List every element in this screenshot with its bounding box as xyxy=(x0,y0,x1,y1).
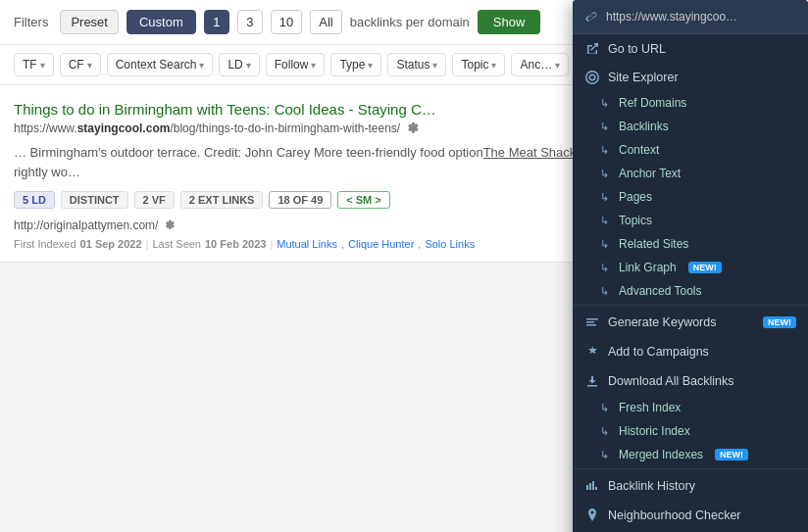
tag-ext-links: 2 EXT LINKS xyxy=(180,191,264,209)
dropdown-url-bar: https://www.stayingcoo… xyxy=(573,0,808,34)
sub-link-graph[interactable]: ↳ Link Graph NEW! xyxy=(573,256,808,279)
sub-related-sites[interactable]: ↳ Related Sites xyxy=(573,232,808,256)
add-to-campaigns-label: Add to Campaigns xyxy=(608,345,796,359)
chip-tf[interactable]: TF ▾ xyxy=(14,53,54,76)
preset-button[interactable]: Preset xyxy=(60,10,119,34)
num-10-button[interactable]: 10 xyxy=(271,10,302,34)
chip-topic[interactable]: Topic ▾ xyxy=(452,53,505,76)
clique-hunter-link[interactable]: Clique Hunter xyxy=(348,238,414,250)
chevron-down-icon: ▾ xyxy=(491,60,496,71)
sub-arrow-icon: ↳ xyxy=(600,238,609,251)
tag-sm: < SM > xyxy=(337,191,389,209)
sub-ref-domains[interactable]: ↳ Ref Domains xyxy=(573,91,808,115)
tag-of: 18 OF 49 xyxy=(269,191,331,209)
num-1-button[interactable]: 1 xyxy=(204,10,229,34)
menu-divider xyxy=(573,305,808,306)
chip-anchor[interactable]: Anc… ▾ xyxy=(511,53,569,76)
neighbourhood-checker-label: Neighbourhood Checker xyxy=(608,508,796,522)
keywords-icon xyxy=(584,314,600,330)
backlink-history-label: Backlink History xyxy=(608,479,796,493)
site-explorer-label: Site Explorer xyxy=(608,71,796,84)
download-all-backlinks-label: Download All Backlinks xyxy=(608,374,796,388)
sub-arrow-icon: ↳ xyxy=(600,262,609,274)
sub-backlinks[interactable]: ↳ Backlinks xyxy=(573,115,808,138)
tag-ld: 5 LD xyxy=(14,191,55,209)
sub-arrow-icon: ↳ xyxy=(600,168,609,180)
dropdown-url-text: https://www.stayingcoo… xyxy=(606,10,737,24)
sub-arrow-icon: ↳ xyxy=(600,285,609,298)
site-explorer-item[interactable]: Site Explorer xyxy=(573,64,808,91)
sub-arrow-icon: ↳ xyxy=(600,121,609,133)
num-all-button[interactable]: All xyxy=(310,10,341,34)
per-domain-label: backlinks per domain xyxy=(350,15,470,29)
chevron-down-icon: ▾ xyxy=(368,60,373,71)
chevron-down-icon: ▾ xyxy=(199,60,204,71)
snippet-highlight: The Meat Shack xyxy=(483,145,577,160)
mutual-links-link[interactable]: Mutual Links xyxy=(277,238,337,250)
tag-vf: 2 VF xyxy=(134,191,175,209)
filters-label: Filters xyxy=(14,15,48,29)
num-3-button[interactable]: 3 xyxy=(237,10,263,34)
go-to-url-item[interactable]: Go to URL xyxy=(573,34,808,64)
dropdown-menu: https://www.stayingcoo… Go to URL Site E… xyxy=(573,0,808,532)
sub-arrow-icon: ↳ xyxy=(600,97,609,110)
last-seen: 10 Feb 2023 xyxy=(205,238,266,250)
tag-distinct: DISTINCT xyxy=(61,191,128,209)
chevron-down-icon: ▾ xyxy=(432,60,437,71)
campaigns-icon xyxy=(584,344,600,360)
backlink-history-item[interactable]: Backlink History xyxy=(573,471,808,501)
download-all-backlinks-item[interactable]: Download All Backlinks xyxy=(573,366,808,396)
solo-links-link[interactable]: Solo Links xyxy=(425,238,475,250)
sub-arrow-icon: ↳ xyxy=(600,191,609,204)
new-badge-merged: NEW! xyxy=(715,449,748,460)
result-url: https://www.stayingcool.com/blog/things-… xyxy=(14,121,400,135)
chip-ld[interactable]: LD ▾ xyxy=(219,53,259,76)
generate-keywords-item[interactable]: Generate Keywords NEW! xyxy=(573,308,808,337)
chip-context-search[interactable]: Context Search ▾ xyxy=(107,53,214,76)
sub-fresh-index[interactable]: ↳ Fresh Index xyxy=(573,396,808,419)
sub-arrow-icon: ↳ xyxy=(600,425,609,438)
link-icon xyxy=(584,10,598,24)
menu-divider-2 xyxy=(573,468,808,469)
chevron-down-icon: ▾ xyxy=(40,60,45,71)
first-indexed: 01 Sep 2022 xyxy=(80,238,142,250)
chip-status[interactable]: Status ▾ xyxy=(387,53,446,76)
gear-icon-2[interactable] xyxy=(164,219,176,231)
go-to-url-label: Go to URL xyxy=(608,42,796,56)
chart-icon xyxy=(584,478,600,494)
location-icon xyxy=(584,508,600,523)
url2: http://originalpattymen.com/ xyxy=(14,218,158,232)
sub-context[interactable]: ↳ Context xyxy=(573,138,808,162)
external-link-icon xyxy=(584,41,600,57)
download-icon xyxy=(584,373,600,389)
sub-arrow-icon: ↳ xyxy=(600,215,609,227)
sub-merged-indexes[interactable]: ↳ Merged Indexes NEW! xyxy=(573,443,808,466)
chevron-down-icon: ▾ xyxy=(246,60,251,71)
new-badge-keywords: NEW! xyxy=(763,316,796,328)
chevron-down-icon: ▾ xyxy=(87,60,92,71)
chip-cf[interactable]: CF ▾ xyxy=(60,53,101,76)
sub-arrow-icon: ↳ xyxy=(600,449,609,461)
gear-icon[interactable] xyxy=(406,121,420,135)
sub-anchor-text[interactable]: ↳ Anchor Text xyxy=(573,162,808,185)
chip-follow[interactable]: Follow ▾ xyxy=(266,53,326,76)
chevron-down-icon: ▾ xyxy=(555,60,560,71)
chip-type[interactable]: Type ▾ xyxy=(330,53,381,76)
new-badge-link-graph: NEW! xyxy=(688,262,722,273)
sub-topics[interactable]: ↳ Topics xyxy=(573,209,808,232)
sub-advanced-tools[interactable]: ↳ Advanced Tools xyxy=(573,279,808,303)
site-explorer-icon xyxy=(584,70,600,85)
custom-button[interactable]: Custom xyxy=(126,10,196,34)
show-button[interactable]: Show xyxy=(478,10,541,34)
add-to-campaigns-item[interactable]: Add to Campaigns xyxy=(573,337,808,366)
sub-historic-index[interactable]: ↳ Historic Index xyxy=(573,419,808,443)
sub-pages[interactable]: ↳ Pages xyxy=(573,185,808,209)
generate-keywords-label: Generate Keywords xyxy=(608,315,751,329)
chevron-down-icon: ▾ xyxy=(311,60,316,71)
neighbourhood-checker-item[interactable]: Neighbourhood Checker xyxy=(573,501,808,530)
sub-arrow-icon: ↳ xyxy=(600,402,609,414)
sub-arrow-icon: ↳ xyxy=(600,144,609,157)
